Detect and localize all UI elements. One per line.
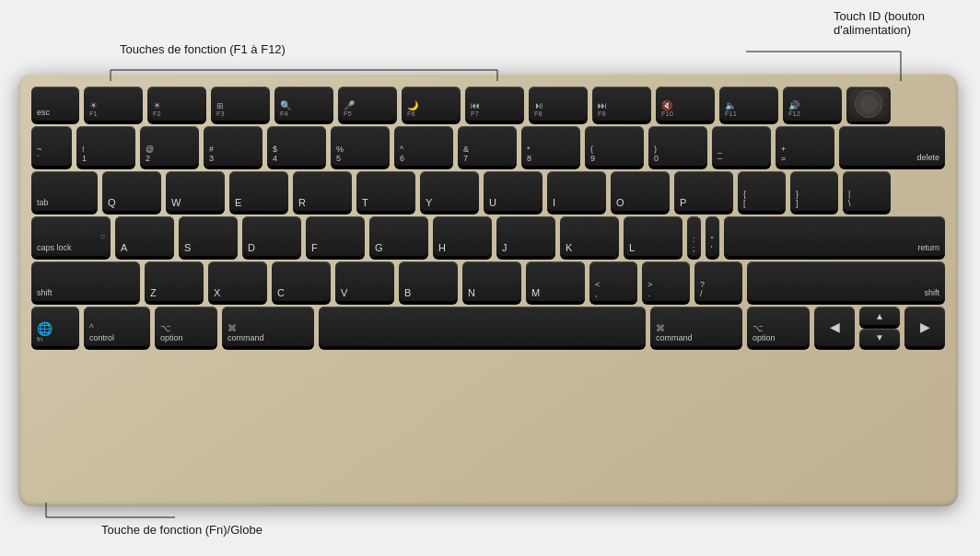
key-t[interactable]: T (356, 171, 415, 212)
key-1[interactable]: !1 (76, 126, 135, 167)
key-f4[interactable]: 🔍 F4 (274, 87, 333, 122)
key-f9[interactable]: ⏭ F9 (592, 87, 651, 122)
key-esc[interactable]: esc (31, 87, 79, 122)
key-m[interactable]: M (526, 261, 585, 302)
key-option-left[interactable]: ⌥ option (155, 307, 217, 347)
key-close-bracket[interactable]: }] (790, 171, 838, 212)
key-c[interactable]: C (272, 261, 331, 302)
key-f12[interactable]: 🔊 F12 (783, 87, 842, 122)
keyboard: esc ☀ F1 ☀ F2 ⊞ F3 🔍 F4 🎤 F5 (18, 74, 958, 506)
key-x[interactable]: X (208, 261, 267, 302)
key-space[interactable] (319, 307, 646, 347)
key-v[interactable]: V (335, 261, 394, 302)
key-delete[interactable]: delete (839, 126, 945, 167)
key-f11[interactable]: 🔈 F11 (719, 87, 778, 122)
key-f[interactable]: F (306, 216, 365, 257)
key-backtick[interactable]: ~ ` (31, 126, 72, 167)
key-f8[interactable]: ⏯ F8 (529, 87, 588, 122)
key-f7[interactable]: ⏮ F7 (465, 87, 524, 122)
touchid-annotation: Touch ID (boutond'alimentation) (834, 9, 925, 37)
key-command-right[interactable]: ⌘ command (650, 307, 742, 347)
key-quote[interactable]: "' (706, 216, 719, 257)
key-caps-lock[interactable]: caps lock (31, 216, 111, 257)
key-period[interactable]: >. (642, 261, 690, 302)
key-command-left[interactable]: ⌘ command (222, 307, 314, 347)
key-o[interactable]: O (611, 171, 670, 212)
key-s[interactable]: S (179, 216, 238, 257)
key-comma[interactable]: <, (589, 261, 637, 302)
key-9[interactable]: (9 (585, 126, 644, 167)
key-minus[interactable]: _– (712, 126, 771, 167)
fn-keys-annotation: Touches de fonction (F1 à F12) (120, 42, 286, 56)
key-f6[interactable]: 🌙 F6 (402, 87, 461, 122)
key-h[interactable]: H (433, 216, 492, 257)
key-8[interactable]: *8 (521, 126, 580, 167)
key-option-right[interactable]: ⌥ option (747, 307, 810, 347)
key-a[interactable]: A (115, 216, 174, 257)
key-b[interactable]: B (399, 261, 458, 302)
key-f10[interactable]: 🔇 F10 (656, 87, 715, 122)
key-u[interactable]: U (484, 171, 542, 212)
key-arrows-ud: ▲ ▼ (859, 307, 900, 347)
key-fn-globe[interactable]: 🌐 fn (31, 307, 79, 347)
key-f2[interactable]: ☀ F2 (147, 87, 206, 122)
key-w[interactable]: W (166, 171, 225, 212)
key-slash[interactable]: ?/ (694, 261, 742, 302)
key-arrow-up[interactable]: ▲ (859, 307, 900, 326)
key-arrow-down[interactable]: ▼ (859, 329, 900, 348)
key-f3[interactable]: ⊞ F3 (211, 87, 270, 122)
key-n[interactable]: N (462, 261, 521, 302)
key-k[interactable]: K (560, 216, 619, 257)
key-touch-id[interactable] (846, 87, 891, 122)
key-q[interactable]: Q (102, 171, 161, 212)
key-arrow-right[interactable]: ▶ (904, 307, 945, 347)
key-5[interactable]: %5 (331, 126, 390, 167)
key-return[interactable]: return (724, 216, 945, 257)
key-7[interactable]: &7 (458, 126, 517, 167)
key-control[interactable]: ^ control (84, 307, 150, 347)
key-j[interactable]: J (496, 216, 555, 257)
key-l[interactable]: L (624, 216, 682, 257)
key-shift-left[interactable]: shift (31, 261, 140, 302)
key-p[interactable]: P (674, 171, 733, 212)
key-shift-right[interactable]: shift (747, 261, 945, 302)
key-d[interactable]: D (242, 216, 301, 257)
key-f5[interactable]: 🎤 F5 (338, 87, 397, 122)
key-i[interactable]: I (547, 171, 606, 212)
key-0[interactable]: )0 (648, 126, 707, 167)
key-y[interactable]: Y (420, 171, 479, 212)
key-e[interactable]: E (229, 171, 288, 212)
key-equals[interactable]: += (776, 126, 834, 167)
key-semicolon[interactable]: :; (687, 216, 701, 257)
key-z[interactable]: Z (145, 261, 204, 302)
key-4[interactable]: $4 (267, 126, 326, 167)
key-6[interactable]: ^6 (394, 126, 453, 167)
key-r[interactable]: R (293, 171, 352, 212)
key-backslash[interactable]: |\ (843, 171, 891, 212)
key-f1[interactable]: ☀ F1 (84, 87, 143, 122)
fn-globe-annotation: Touche de fonction (Fn)/Globe (101, 523, 262, 537)
key-g[interactable]: G (369, 216, 428, 257)
key-3[interactable]: #3 (204, 126, 262, 167)
key-tab[interactable]: tab (31, 171, 98, 212)
key-2[interactable]: @2 (140, 126, 199, 167)
key-arrow-left[interactable]: ◀ (814, 307, 855, 347)
key-open-bracket[interactable]: {[ (738, 171, 786, 212)
